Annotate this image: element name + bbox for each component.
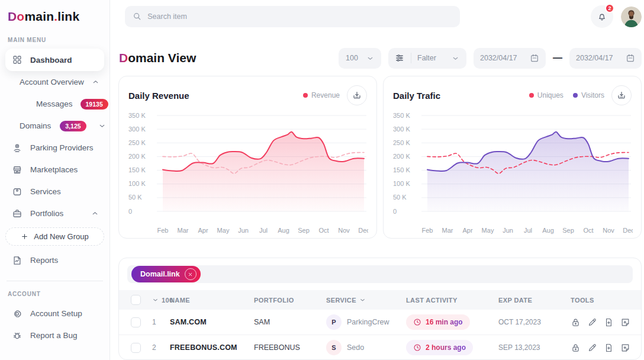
date-to-picker[interactable]: 2032/04/17 bbox=[569, 48, 642, 69]
legend-dot bbox=[303, 93, 308, 98]
svg-text:Oct: Oct bbox=[318, 227, 329, 234]
svg-text:Dec: Dec bbox=[358, 227, 368, 234]
column-header-service[interactable]: SERVICE bbox=[326, 297, 406, 304]
svg-text:Feb: Feb bbox=[422, 227, 433, 234]
chevron-up-icon bbox=[91, 210, 99, 217]
search-bar[interactable] bbox=[125, 6, 460, 27]
svg-text:100 K: 100 K bbox=[128, 180, 146, 187]
last-activity-cell: 2 hours ago bbox=[406, 340, 498, 355]
table-row[interactable]: 1 SAM.COM SAM PParkingCrew 16 min ago OC… bbox=[119, 310, 641, 335]
messages-count-badge: 19135 bbox=[80, 99, 108, 110]
close-icon[interactable] bbox=[185, 268, 197, 280]
chart-header: Daily Revenue Revenue bbox=[128, 85, 367, 106]
pencil-icon bbox=[587, 343, 597, 353]
divider bbox=[411, 53, 411, 63]
rows-count-header[interactable]: 100 bbox=[152, 297, 170, 304]
add-new-group-button[interactable]: Add New Group bbox=[5, 227, 104, 246]
svg-text:Aug: Aug bbox=[542, 227, 554, 234]
notification-count-badge: 2 bbox=[605, 4, 614, 13]
account-label: ACCOUNT bbox=[5, 291, 104, 297]
table-row[interactable]: 2 FREEBONUS.COM FREEBONUS SSedo 2 hours … bbox=[119, 335, 641, 360]
sidebar-item-marketplaces[interactable]: Marketplaces bbox=[5, 159, 104, 181]
note-add-button[interactable] bbox=[620, 317, 630, 327]
row-number: 1 bbox=[152, 318, 170, 326]
last-activity-pill: 16 min ago bbox=[406, 314, 470, 330]
edit-button[interactable] bbox=[587, 343, 597, 353]
sidebar-item-report-a-bug[interactable]: Report a Bug bbox=[5, 324, 104, 346]
svg-text:Nov: Nov bbox=[338, 227, 350, 234]
lock-icon bbox=[571, 343, 581, 353]
lock-button[interactable] bbox=[571, 343, 581, 353]
svg-text:Oct: Oct bbox=[583, 227, 593, 234]
sliders-icon bbox=[394, 53, 405, 63]
service-name: ParkingCrew bbox=[347, 318, 389, 326]
sidebar-item-account-overview[interactable]: Account Overview bbox=[5, 71, 104, 93]
page-header: Domain View 100 Falter 2032/04/17 — bbox=[118, 47, 642, 69]
chevron-up-icon bbox=[92, 78, 99, 86]
app-root: Domain.link MAIN MENU Dashboard Account … bbox=[0, 0, 644, 360]
chevron-down-icon bbox=[366, 54, 374, 62]
notifications-button[interactable]: 2 bbox=[591, 5, 613, 28]
chevron-down-icon bbox=[452, 54, 459, 62]
note-add-button[interactable] bbox=[620, 343, 630, 353]
row-checkbox[interactable] bbox=[131, 317, 141, 327]
sidebar-item-messages[interactable]: Messages 19135 bbox=[5, 93, 104, 115]
row-tools bbox=[571, 317, 641, 327]
date-from-picker[interactable]: 2032/04/17 bbox=[474, 48, 546, 69]
filter-dropdown[interactable]: Falter bbox=[388, 48, 466, 69]
service-name: Sedo bbox=[347, 343, 364, 352]
row-checkbox[interactable] bbox=[131, 343, 141, 353]
portfolio-name: FREEBONUS bbox=[254, 343, 326, 352]
download-chart-button[interactable] bbox=[611, 85, 632, 105]
svg-text:350 K: 350 K bbox=[393, 112, 410, 119]
exp-date: OCT 17,2023 bbox=[498, 318, 571, 326]
legend-item-revenue: Revenue bbox=[303, 91, 340, 99]
gear-icon bbox=[12, 308, 22, 319]
file-add-button[interactable] bbox=[604, 317, 614, 327]
report-icon bbox=[12, 255, 22, 266]
svg-text:200 K: 200 K bbox=[393, 153, 410, 160]
last-activity-pill: 2 hours ago bbox=[406, 340, 473, 355]
note-plus-icon bbox=[620, 343, 630, 353]
edit-button[interactable] bbox=[587, 317, 597, 327]
sidebar-item-domains[interactable]: Domains 3,125 bbox=[5, 115, 104, 137]
column-header-exp-date[interactable]: EXP DATE bbox=[498, 297, 571, 304]
clock-icon bbox=[413, 343, 421, 352]
app-logo: Domain.link bbox=[5, 9, 104, 24]
svg-text:50 K: 50 K bbox=[393, 194, 407, 201]
column-header-name[interactable]: NAME bbox=[170, 297, 254, 304]
filter-chip-domail-link[interactable]: Domail.link bbox=[131, 266, 201, 282]
file-plus-icon bbox=[604, 343, 614, 353]
svg-text:May: May bbox=[217, 227, 230, 234]
column-header-portfolio[interactable]: PORTFOLIO bbox=[254, 297, 326, 304]
sidebar-item-portfolios[interactable]: Portfolios bbox=[5, 202, 104, 224]
svg-text:Aug: Aug bbox=[278, 227, 289, 234]
search-input[interactable] bbox=[147, 12, 452, 21]
svg-text:300 K: 300 K bbox=[393, 126, 410, 133]
svg-text:0: 0 bbox=[128, 208, 132, 215]
download-chart-button[interactable] bbox=[347, 85, 367, 105]
lock-button[interactable] bbox=[571, 317, 581, 327]
user-avatar[interactable] bbox=[621, 7, 642, 27]
svg-text:Mar: Mar bbox=[178, 227, 189, 234]
service-cell: SSedo bbox=[326, 340, 406, 355]
sidebar-item-dashboard[interactable]: Dashboard bbox=[5, 49, 104, 71]
sidebar-item-reports[interactable]: Reports bbox=[5, 249, 104, 271]
column-header-last-activity[interactable]: LAST ACTIVITY bbox=[406, 297, 498, 304]
sidebar-item-services[interactable]: Services bbox=[5, 181, 104, 202]
main-content: 2 Domain View 100 Falter bbox=[110, 0, 644, 360]
file-add-button[interactable] bbox=[604, 343, 614, 353]
svg-text:Dec: Dec bbox=[623, 227, 633, 234]
domain-name: FREEBONUS.COM bbox=[170, 343, 254, 352]
daily-revenue-chart: 350 K300 K250 K200 K150 K100 K50 K0FebMa… bbox=[128, 107, 368, 236]
legend-dot bbox=[573, 93, 578, 98]
main-menu-label: MAIN MENU bbox=[5, 37, 104, 43]
sidebar-item-parking-providers[interactable]: Parking Providers bbox=[5, 137, 104, 159]
sidebar-item-account-setup[interactable]: Account Setup bbox=[5, 303, 104, 324]
column-header-tools[interactable]: TOOLS bbox=[571, 297, 641, 304]
page-size-select[interactable]: 100 bbox=[339, 48, 381, 69]
calendar-icon bbox=[530, 53, 539, 63]
service-initial-badge: P bbox=[326, 314, 342, 330]
note-plus-icon bbox=[620, 317, 630, 327]
select-all-checkbox[interactable] bbox=[131, 295, 141, 305]
